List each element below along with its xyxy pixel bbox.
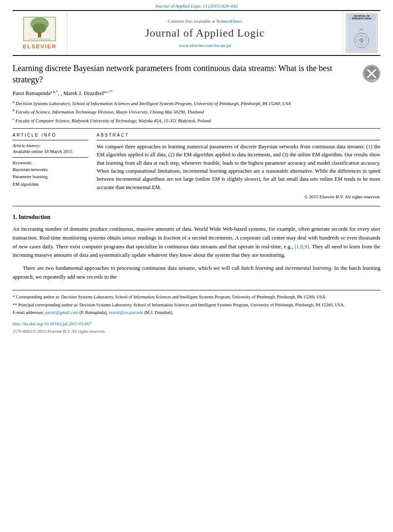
crossmark-icon: CrossMark <box>363 65 380 82</box>
email1-author: (P. Ratnapinda), <box>79 310 108 315</box>
elsevier-brand-text: ELSEVIER <box>23 43 56 50</box>
sciencedirect-link[interactable]: ScienceDirect <box>216 18 242 24</box>
header-center: Contents lists available at ScienceDirec… <box>67 11 343 55</box>
fn1-text: * Corresponding author at: Decision Syst… <box>13 295 327 299</box>
fn2-text: ** Principal corresponding author at: De… <box>13 303 345 307</box>
affil-a: a Decision Systems Laboratory, School of… <box>13 99 380 107</box>
footnotes-section: * Corresponding author at: Decision Syst… <box>13 290 380 335</box>
keyword-3: EM algorithm <box>13 181 88 188</box>
article-body: Learning discrete Bayesian network param… <box>13 56 380 334</box>
email2-author: (M.J. Druzdzel). <box>144 310 173 315</box>
author2-sup: a,c,** <box>104 90 113 94</box>
term-batch-learning: batch learning <box>241 265 274 271</box>
affiliations: a Decision Systems Laboratory, School of… <box>13 99 380 124</box>
affil-a-sup: a <box>13 100 15 104</box>
svg-text:CrossMark: CrossMark <box>367 79 377 81</box>
journal-cover-container: JOURNAL OFAPPLIED LOGIC JAL <box>343 11 380 55</box>
article-info-abstract: ARTICLE INFO Article history: Available … <box>13 133 380 199</box>
intro-para1: An increasing number of domains produce … <box>13 225 380 260</box>
header-banner: Arbre de la Connaissance ELSEVIER Conten… <box>13 10 380 56</box>
keyword-2: Parameter learning <box>13 173 88 181</box>
svg-rect-6 <box>347 20 376 52</box>
intro-para2: There are two fundamental approaches to … <box>13 264 380 282</box>
divider-after-abstract <box>13 206 380 206</box>
elsevier-logo-container: Arbre de la Connaissance ELSEVIER <box>13 11 67 55</box>
divider-after-affiliations <box>13 128 380 129</box>
info-divider-2 <box>13 157 88 158</box>
footnote-2: ** Principal corresponding author at: De… <box>13 302 380 308</box>
keywords-label: Keywords: <box>13 160 88 165</box>
affil-b-text: Faculty of Science, Information Technolo… <box>16 109 204 114</box>
author1-sup: a,b,* <box>50 90 58 94</box>
svg-rect-3 <box>38 32 41 37</box>
crossmark-badge: CrossMark <box>363 65 380 82</box>
article-info-label: ARTICLE INFO <box>13 133 88 137</box>
license-line: 1570-8683/© 2015 Elsevier B.V. All right… <box>13 328 380 335</box>
info-divider-1 <box>13 140 88 140</box>
affil-b-sup: b <box>13 108 15 112</box>
svg-point-10 <box>359 38 364 43</box>
affil-c: c Faculty of Computer Science, Białystok… <box>13 116 380 124</box>
article-title-section: Learning discrete Bayesian network param… <box>13 63 380 85</box>
elsevier-logo: Arbre de la Connaissance ELSEVIER <box>23 16 56 50</box>
author1-name: Parot Ratnapinda <box>13 90 50 96</box>
svg-text:Arbre de la Connaissance: Arbre de la Connaissance <box>29 38 51 40</box>
journal-ref-line: Journal of Applied Logic 13 (2015) 628–6… <box>0 0 393 10</box>
article-info-column: ARTICLE INFO Article history: Available … <box>13 133 88 199</box>
keyword-1: Bayesian networks <box>13 166 88 174</box>
introduction-heading: 1. Introduction <box>13 214 380 221</box>
journal-url[interactable]: www.elsevier.com/locate/jal <box>179 43 231 48</box>
author2-name: , Marek J. Druzdzel <box>61 90 104 96</box>
abstract-divider <box>97 140 380 140</box>
affil-a-text: Decision Systems Laboratory, School of I… <box>16 101 291 106</box>
abstract-label: ABSTRACT <box>97 133 380 137</box>
affil-c-sup: c <box>13 117 14 121</box>
email-label: E-mail addresses: <box>13 310 44 315</box>
abstract-column: ABSTRACT We compare three approaches to … <box>97 133 380 199</box>
contents-label: Contents lists available at <box>168 18 215 24</box>
available-online: Available online 18 March 2015 <box>13 149 88 154</box>
term-incremental-learning: incremental learning <box>285 265 331 271</box>
ref-link[interactable]: [1,8,9] <box>295 243 309 250</box>
section-number: 1. Introduction <box>13 214 50 220</box>
email-line: E-mail addresses: parotr@gmail.com (P. R… <box>13 309 380 316</box>
page: Journal of Applied Logic 13 (2015) 628–6… <box>0 0 393 532</box>
doi-line[interactable]: http://dx.doi.org/10.1016/j.jal.2015.03.… <box>13 320 380 327</box>
svg-text:JAL: JAL <box>359 28 364 31</box>
journal-ref-text: Journal of Applied Logic 13 (2015) 628–6… <box>155 3 238 8</box>
journal-cover-image: JOURNAL OFAPPLIED LOGIC JAL <box>346 13 377 53</box>
abstract-text: We compare three approaches to learning … <box>97 143 380 192</box>
email2-link[interactable]: marek@sis.pitt.edu <box>109 310 143 315</box>
affil-b: b Faculty of Science, Information Techno… <box>13 108 380 115</box>
article-history-label: Article history: <box>13 143 88 148</box>
elsevier-tree-icon: Arbre de la Connaissance <box>23 16 56 42</box>
authors-line: Parot Ratnapindaa,b,*, , Marek J. Druzdz… <box>13 90 380 97</box>
journal-title-header: Journal of Applied Logic <box>145 27 265 40</box>
affil-c-text: Faculty of Computer Science, Białystok U… <box>16 118 211 123</box>
copyright-line: © 2015 Elsevier B.V. All rights reserved… <box>97 194 380 199</box>
email1-link[interactable]: parotr@gmail.com <box>45 310 78 315</box>
footnote-1: * Corresponding author at: Decision Syst… <box>13 294 380 300</box>
keywords-list: Bayesian networks Parameter learning EM … <box>13 166 88 188</box>
cover-title: JOURNAL OFAPPLIED LOGIC <box>347 14 376 20</box>
doi-link[interactable]: http://dx.doi.org/10.1016/j.jal.2015.03.… <box>13 321 92 326</box>
journal-cover-graphic: JAL <box>347 20 377 52</box>
sciencedirect-line: Contents lists available at ScienceDirec… <box>168 18 242 24</box>
article-title: Learning discrete Bayesian network param… <box>13 63 363 85</box>
